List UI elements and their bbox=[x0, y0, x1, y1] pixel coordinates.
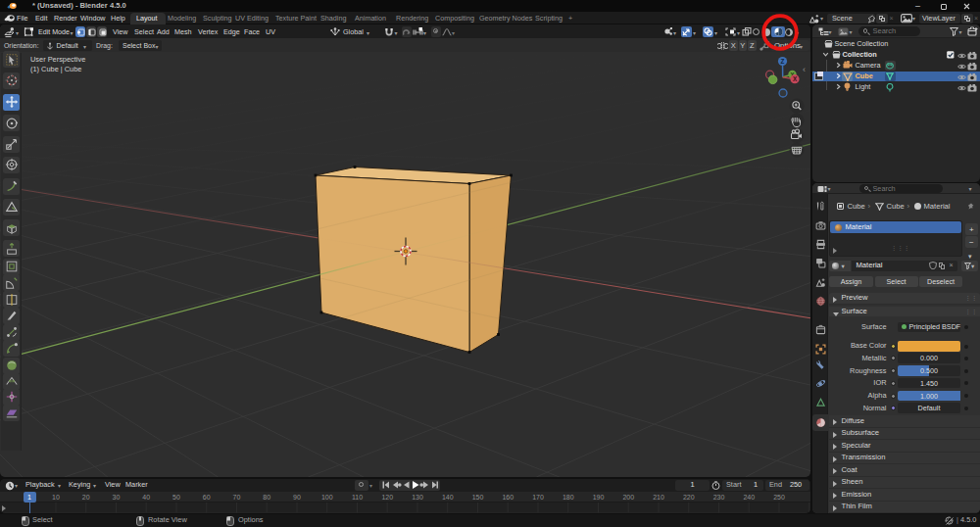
svg-text:Z: Z bbox=[781, 58, 785, 65]
